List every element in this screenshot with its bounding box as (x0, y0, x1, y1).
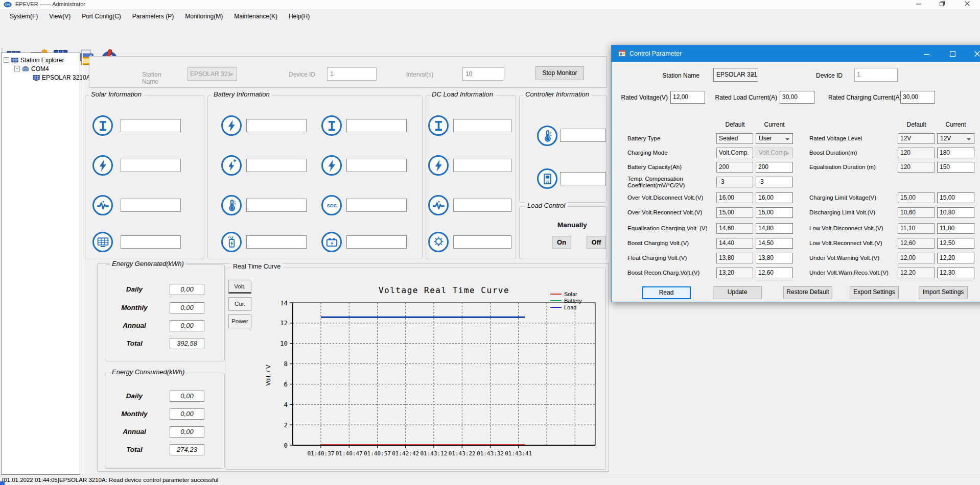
station-name-label: Station Name (142, 71, 179, 85)
group-title: Solar Information (89, 90, 144, 98)
interval-label: Interval(s) (406, 71, 437, 78)
station-name-select: EPSOLAR 321 (187, 67, 237, 81)
window-title: EPEVER —— Administrator (15, 1, 85, 7)
group-load-control (519, 206, 607, 259)
value-field (346, 199, 407, 212)
import-settings-button[interactable]: Import Settings (919, 286, 968, 299)
energy-row-value: 0,00 (170, 391, 204, 402)
param-default-field: 14,40 (716, 238, 753, 249)
menu-item-help-h-[interactable]: Help(H) (283, 11, 315, 22)
param-current-input[interactable]: 11,80 (937, 223, 974, 234)
control-parameter-dialog: Control ParameterStation NameEPSOLAR 321… (611, 45, 980, 302)
rated-value-input[interactable]: 30,00 (900, 91, 935, 104)
param-current-input[interactable]: 12,50 (937, 238, 974, 249)
param-default-field: 120 (898, 162, 935, 173)
param-current-input[interactable]: 14,50 (756, 238, 793, 249)
status-bar: [01.01.2022 01:44:05]EPSOLAR 3210A: Read… (0, 475, 980, 485)
group-energy-consumed (105, 373, 225, 469)
menu-bar: System(F)View(V)Port Config(C)Parameters… (0, 10, 980, 22)
tree-expander-icon[interactable]: − (14, 66, 20, 71)
param-default-field: Sealed (716, 133, 753, 144)
device-id-input[interactable]: 1 (327, 67, 377, 81)
current-icon (428, 115, 449, 136)
svg-text:10: 10 (280, 340, 288, 347)
interval-input[interactable]: 10 (462, 67, 504, 81)
update-button[interactable]: Update (713, 286, 762, 299)
load-off-button[interactable]: Off (587, 236, 606, 249)
value-field (453, 199, 511, 212)
restore-icon[interactable] (930, 0, 954, 9)
menu-item-port-config-c-[interactable]: Port Config(C) (76, 11, 127, 22)
menu-item-monitoring-m-[interactable]: Monitoring(M) (179, 11, 228, 22)
value-field (246, 119, 307, 132)
curve-tab-power[interactable]: Power (228, 314, 251, 328)
dialog-station-name-label: Station Name (643, 72, 699, 79)
menu-item-system-f-[interactable]: System(F) (4, 11, 43, 22)
param-current-input[interactable]: 13,80 (756, 253, 793, 263)
param-current-input[interactable]: 15,00 (756, 207, 793, 218)
bolt-icon (221, 115, 242, 136)
svg-text:Battery: Battery (564, 298, 582, 304)
value-field (121, 119, 181, 132)
param-current-input[interactable]: 12,20 (937, 253, 974, 263)
energy-row-label: Total (115, 446, 153, 453)
menu-item-parameters--p-[interactable]: Parameters (P) (127, 11, 179, 22)
export-settings-button[interactable]: Export Settings (850, 286, 899, 299)
dialog-minimize-icon[interactable] (915, 45, 938, 62)
param-current-select[interactable]: 12V (937, 133, 974, 144)
param-current-input[interactable]: 200 (756, 162, 793, 173)
device-id-label: Device ID (289, 71, 319, 78)
close-icon[interactable] (954, 0, 980, 9)
dialog-form-icon (618, 50, 626, 57)
curve-tab-cur[interactable]: Cur. (228, 297, 251, 311)
value-field (346, 159, 407, 172)
voltage-real-time-chart: 0246810121401:40:3701:40:4701:40:5701:42… (258, 276, 611, 466)
tree-item-station-explorer[interactable]: −Station Explorer (4, 56, 64, 64)
tree-item-com4[interactable]: −COM4 (14, 64, 49, 73)
curve-tab-volt[interactable]: Volt. (228, 280, 251, 294)
station-icon (11, 57, 18, 64)
load-on-button[interactable]: On (552, 236, 571, 249)
param-current-input[interactable]: 12,30 (937, 268, 974, 278)
dialog-device-id-input[interactable]: 1 (854, 68, 898, 82)
param-current-value: 12V (940, 135, 951, 142)
param-label: Low Volt.Reconnect Volt.(V) (809, 240, 895, 247)
taskbar-fragment (0, 481, 5, 485)
param-default-field: 15,00 (898, 192, 935, 203)
param-current-input[interactable]: 150 (937, 162, 974, 173)
energy-row-label: Daily (115, 392, 153, 400)
rated-value-input[interactable]: 30,00 (780, 91, 814, 104)
param-current-select[interactable]: User (756, 133, 793, 144)
status-field (453, 235, 511, 249)
rated-value-input[interactable]: 12,00 (670, 91, 705, 104)
tree-item-epsolar-3210a[interactable]: EPSOLAR 3210A (25, 73, 90, 82)
menu-item-view-v-[interactable]: View(V) (43, 11, 76, 22)
energy-row-value: 274,23 (170, 444, 204, 455)
param-current-input[interactable]: -3 (756, 177, 793, 187)
dialog-close-icon[interactable] (965, 45, 980, 62)
dialog-device-id-label: Device ID (808, 72, 843, 79)
param-current-input[interactable]: 180 (937, 148, 974, 158)
tree-expander-icon[interactable]: − (4, 57, 9, 63)
status-field (560, 172, 606, 185)
param-current-input[interactable]: 10,80 (937, 207, 974, 218)
param-current-input[interactable]: 15,00 (937, 192, 974, 203)
restore-default-button[interactable]: Restore Default (783, 286, 832, 299)
param-default-field: 14,60 (716, 223, 753, 234)
minimize-icon[interactable] (907, 0, 930, 9)
stop-monitor-button[interactable]: Stop Monitor (535, 66, 584, 80)
menu-item-maintenance-k-[interactable]: Maintenance(K) (228, 11, 283, 22)
tree-main-divider (82, 53, 83, 475)
param-current-input[interactable]: 16,00 (756, 192, 793, 203)
dialog-maximize-icon[interactable] (941, 45, 964, 62)
param-current-input[interactable]: 12,60 (756, 268, 793, 278)
param-label: Low Volt.Disconnect Volt.(V) (809, 225, 895, 232)
device-icon (537, 168, 557, 189)
dialog-station-name-select[interactable]: EPSOLAR 321 (713, 68, 758, 82)
tree-item-label: Station Explorer (20, 57, 64, 64)
param-default-field: Volt.Comp. (716, 148, 753, 158)
read-button[interactable]: Read (642, 286, 691, 299)
tree-item-label: EPSOLAR 3210A (42, 74, 90, 81)
svg-text:2: 2 (284, 421, 288, 429)
param-current-input[interactable]: 14,80 (756, 223, 793, 234)
